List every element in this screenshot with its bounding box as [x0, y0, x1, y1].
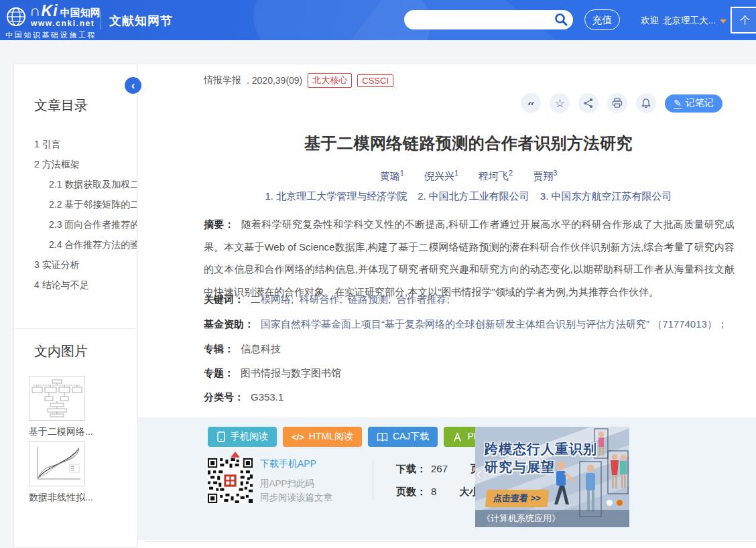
- action-buttons-row: 手机阅读 </> HTML阅读 CAJ下载 PDF下载: [208, 427, 513, 447]
- stat-page-count: 页数： 8: [396, 486, 436, 498]
- download-section: 手机阅读 </> HTML阅读 CAJ下载 PDF下载: [138, 417, 756, 540]
- ad-carousel-dots: [607, 500, 623, 506]
- favorite-button[interactable]: ☆: [550, 93, 570, 113]
- welcome-area: 欢迎 北京理工大...: [641, 15, 727, 27]
- user-account-link[interactable]: 北京理工大...: [663, 15, 716, 27]
- fund-row: 基金资助：国家自然科学基金面上项目“基于复杂网络的全球创新研发主体组合识别与评估…: [204, 318, 735, 331]
- ad-source-bar: 《计算机系统应用》: [475, 510, 629, 527]
- globe-icon: [5, 6, 27, 27]
- stat-downloads-value: 267: [431, 463, 448, 476]
- logo-slogan: 中国知识基础设施工程: [5, 30, 113, 40]
- article-panel: 情报学报 . 2020,39(09) 北大核心 CSSCI “ ☆: [138, 64, 756, 548]
- html-read-button[interactable]: </> HTML阅读: [283, 427, 362, 447]
- app-hint-line1: 用APP扫此码: [260, 478, 314, 490]
- toc-item-2-3[interactable]: 2.3 面向合作者推荐的...: [14, 214, 137, 234]
- take-notes-button[interactable]: ✎ 记笔记: [665, 94, 722, 113]
- cnki-logo[interactable]: ∩Ki中国知网 www.cnki.net 中国知识基础设施工程: [5, 2, 113, 40]
- download-app-link[interactable]: 下载手机APP: [260, 458, 316, 470]
- mobile-read-button[interactable]: 手机阅读: [208, 427, 277, 447]
- toc-item-2-2[interactable]: 2.2 基于邻接矩阵的二...: [14, 194, 137, 214]
- toc-item-1[interactable]: 1 引言: [14, 134, 137, 154]
- abstract-label: 摘要：: [204, 218, 235, 230]
- toc-item-4[interactable]: 4 结论与不足: [14, 275, 137, 295]
- carousel-dot[interactable]: [607, 500, 613, 506]
- article-tools-row: “ ☆ ✎ 记笔记: [521, 93, 722, 113]
- pencil-icon: ✎: [674, 98, 682, 109]
- search-input[interactable]: [404, 10, 573, 29]
- recharge-button[interactable]: 充值: [584, 9, 620, 30]
- toc-list: 1 引言 2 方法框架 2.1 数据获取及加权二... 2.2 基于邻接矩阵的二…: [14, 134, 137, 295]
- quote-icon: “: [527, 103, 535, 110]
- affiliation-link[interactable]: 1. 北京理工大学管理与经济学院: [265, 190, 407, 203]
- album-row: 专辑：信息科技: [204, 343, 735, 356]
- code-icon: </>: [292, 432, 304, 442]
- ad-prev-arrow-icon[interactable]: ‹: [476, 464, 482, 483]
- fund-value[interactable]: 国家自然科学基金面上项目“基于复杂网络的全球创新研发主体组合识别与评估方法研究”…: [261, 318, 727, 330]
- cite-button[interactable]: “: [521, 93, 541, 113]
- fund-label: 基金资助：: [204, 318, 254, 330]
- album-value: 信息科技: [241, 343, 281, 354]
- journal-info-row: 情报学报 . 2020,39(09) 北大核心 CSSCI: [204, 73, 393, 88]
- carousel-dot-active[interactable]: [617, 500, 623, 506]
- ad-cta-button[interactable]: 点击查看 >>: [485, 490, 550, 507]
- author-link[interactable]: 黄璐1: [380, 169, 404, 183]
- book-icon: [377, 432, 388, 442]
- clc-value: G353.1: [251, 391, 284, 403]
- figures-title: 文内图片: [34, 342, 88, 360]
- stats-divider: [373, 460, 373, 499]
- keywords-label: 关键词：: [204, 293, 244, 305]
- toc-item-2[interactable]: 2 方法框架: [14, 154, 137, 174]
- logo-letters: ∩Ki: [29, 2, 58, 19]
- qr-seal: [224, 474, 236, 486]
- figure-thumbnail-flowchart[interactable]: [29, 376, 85, 421]
- abstract-text: 随着科学研究复杂性和学科交叉性的不断提高,科研工作者通过开展高水平的科研合作形成…: [204, 218, 735, 297]
- journal-name-link[interactable]: 情报学报: [204, 74, 241, 86]
- share-button[interactable]: [578, 93, 598, 113]
- topic-label: 专题：: [204, 367, 234, 379]
- bell-icon: [641, 98, 651, 109]
- section-divider: [145, 541, 756, 542]
- clc-label: 分类号：: [204, 391, 244, 403]
- sidebar-collapse-button[interactable]: ‹: [125, 77, 141, 94]
- authors-row: 黄璐1 倪兴兴1 程坷飞2 贾翔3: [204, 169, 733, 183]
- app-hint-line2: 同步阅读该篇文章: [260, 492, 332, 504]
- author-affil-sup: 3: [553, 169, 557, 177]
- caj-download-button[interactable]: CAJ下载: [368, 427, 438, 447]
- keywords-row: 关键词：二模网络; 科研合作; 链路预测; 合作者推荐;: [204, 293, 735, 306]
- star-icon: ☆: [555, 96, 565, 111]
- logo-cn-name: 中国知网: [60, 7, 101, 18]
- share-icon: [583, 98, 594, 109]
- figure-caption[interactable]: 数据非线性拟...: [29, 492, 93, 504]
- author-link[interactable]: 倪兴兴1: [424, 169, 458, 183]
- badge-cssci: CSSCI: [357, 74, 393, 87]
- badge-pku-core: 北大核心: [308, 73, 352, 88]
- ad-title-line2: 研究与展望: [485, 458, 555, 476]
- stat-page-count-value: 8: [431, 486, 436, 498]
- affiliation-link[interactable]: 3. 中国东方航空江苏有限公司: [540, 190, 672, 203]
- pdf-icon: [452, 432, 462, 442]
- phone-icon: [216, 431, 226, 442]
- toc-item-2-4[interactable]: 2.4 合作推荐方法的验证: [14, 234, 137, 255]
- abstract-block: 摘要：随着科学研究复杂性和学科交叉性的不断提高,科研工作者通过开展高水平的科研合…: [204, 213, 735, 303]
- flowchart-sketch: [31, 379, 83, 419]
- toc-title: 文章目录: [34, 96, 88, 115]
- search-icon: [554, 12, 568, 27]
- toc-item-2-1[interactable]: 2.1 数据获取及加权二...: [14, 174, 137, 194]
- chevron-down-icon[interactable]: [720, 19, 727, 23]
- affiliation-link[interactable]: 2. 中国北方工业有限公司: [418, 190, 529, 203]
- author-link[interactable]: 贾翔3: [533, 169, 557, 183]
- ad-banner[interactable]: 跨模态行人重识别 研究与展望 点击查看 >> 《计算机系统应用》 ‹: [475, 427, 629, 527]
- print-button[interactable]: [607, 93, 627, 113]
- topic-value: 图书情报与数字图书馆: [241, 367, 341, 379]
- author-link[interactable]: 程坷飞2: [479, 169, 513, 183]
- top-navbar: ∩Ki中国知网 www.cnki.net 中国知识基础设施工程 文献知网节 充值…: [0, 0, 756, 40]
- figure-caption[interactable]: 基于二模网络...: [29, 426, 93, 438]
- header-search: [404, 10, 573, 29]
- search-button[interactable]: [553, 12, 569, 28]
- alert-button[interactable]: [636, 93, 656, 113]
- article-title: 基于二模网络链路预测的合作者识别方法研究: [204, 133, 733, 154]
- figure-thumbnail-chart[interactable]: [29, 441, 85, 486]
- toc-item-3[interactable]: 3 实证分析: [14, 255, 137, 275]
- personal-center-button[interactable]: 个: [731, 7, 756, 33]
- keywords-value[interactable]: 二模网络; 科研合作; 链路预测; 合作者推荐;: [251, 293, 450, 305]
